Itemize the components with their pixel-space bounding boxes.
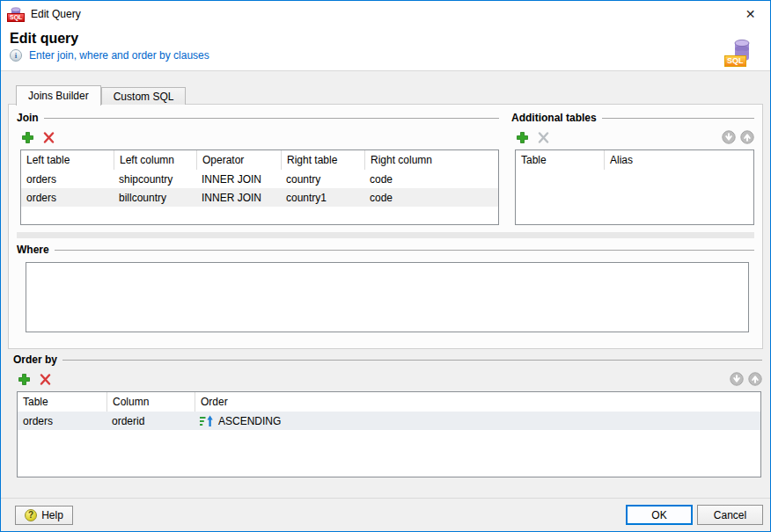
cancel-button-label: Cancel bbox=[714, 509, 746, 521]
move-down-button[interactable] bbox=[722, 130, 736, 144]
col-left-column: Left column bbox=[114, 150, 196, 170]
col-order: Order bbox=[195, 392, 760, 412]
additional-tables-group: Additional tables bbox=[511, 111, 754, 225]
tab-custom-sql[interactable]: Custom SQL bbox=[101, 87, 187, 105]
delete-join-button[interactable] bbox=[41, 130, 55, 144]
help-button[interactable]: ? Help bbox=[15, 506, 73, 525]
move-order-down-button[interactable] bbox=[730, 372, 744, 386]
order-by-header: Table Column Order bbox=[18, 392, 760, 412]
join-table[interactable]: Left table Left column Operator Right ta… bbox=[20, 149, 499, 225]
order-by-group: Order by bbox=[8, 353, 763, 477]
additional-tables-table[interactable]: Table Alias bbox=[515, 149, 754, 225]
col-operator: Operator bbox=[196, 150, 281, 170]
where-group-label: Where bbox=[17, 244, 49, 256]
arrow-down-circle-icon bbox=[730, 372, 744, 386]
help-button-label: Help bbox=[41, 509, 63, 521]
sort-ascending-icon bbox=[200, 415, 213, 427]
close-icon[interactable]: ✕ bbox=[731, 1, 770, 27]
arrow-up-circle-icon bbox=[740, 130, 754, 144]
order-by-row[interactable]: orders orderid ASCENDING bbox=[18, 412, 760, 430]
join-toolbar bbox=[20, 130, 499, 144]
order-by-table[interactable]: Table Column Order orders orderid bbox=[17, 391, 761, 477]
col-left-table: Left table bbox=[21, 150, 114, 170]
join-group: Join bbox=[17, 111, 499, 225]
col-right-column: Right column bbox=[364, 150, 498, 170]
order-direction: ASCENDING bbox=[218, 415, 281, 427]
delete-order-button[interactable] bbox=[38, 372, 52, 386]
join-table-header: Left table Left column Operator Right ta… bbox=[21, 150, 498, 170]
additional-tables-label: Additional tables bbox=[511, 112, 597, 124]
delete-x-icon-disabled bbox=[538, 132, 549, 143]
add-order-button[interactable] bbox=[17, 372, 31, 386]
delete-x-icon bbox=[43, 132, 55, 143]
sql-icon: SQL bbox=[728, 37, 758, 67]
joins-builder-page: Join bbox=[8, 104, 763, 349]
add-join-button[interactable] bbox=[20, 130, 34, 144]
additional-tables-toolbar bbox=[515, 130, 754, 144]
ok-button[interactable]: OK bbox=[626, 505, 693, 525]
plus-icon bbox=[18, 374, 30, 385]
tab-strip: Joins Builder Custom SQL bbox=[8, 85, 763, 105]
page-title: Edit query bbox=[10, 31, 728, 47]
move-order-up-button[interactable] bbox=[748, 372, 762, 386]
cancel-button[interactable]: Cancel bbox=[697, 505, 763, 525]
join-row[interactable]: orders shipcountry INNER JOIN country co… bbox=[21, 170, 498, 188]
dialog-header: Edit query i Enter join, where and order… bbox=[1, 27, 770, 71]
additional-tables-header: Table Alias bbox=[516, 150, 753, 170]
join-row[interactable]: orders billcountry INNER JOIN country1 c… bbox=[21, 188, 498, 207]
page-subtitle: Enter join, where and order by clauses bbox=[29, 49, 209, 62]
sql-badge: SQL bbox=[7, 13, 25, 22]
title-bar: SQL Edit Query ✕ bbox=[1, 1, 770, 27]
delete-x-icon bbox=[40, 374, 51, 385]
plus-icon bbox=[517, 132, 528, 143]
add-table-button[interactable] bbox=[515, 130, 529, 144]
info-icon: i bbox=[10, 49, 22, 62]
col-right-table: Right table bbox=[281, 150, 364, 170]
arrow-down-circle-icon bbox=[722, 130, 736, 144]
plus-icon bbox=[22, 132, 33, 143]
button-bar: ? Help OK Cancel bbox=[1, 498, 770, 531]
where-group: Where bbox=[17, 243, 754, 332]
window-title: Edit Query bbox=[31, 8, 731, 20]
ok-button-label: OK bbox=[651, 509, 666, 521]
join-group-label: Join bbox=[17, 112, 39, 124]
dialog-body: Joins Builder Custom SQL Join bbox=[1, 71, 770, 498]
edit-query-dialog: SQL Edit Query ✕ Edit query i Enter join… bbox=[0, 0, 771, 532]
horizontal-splitter[interactable] bbox=[17, 232, 754, 238]
col-alias: Alias bbox=[604, 150, 753, 170]
sql-app-icon: SQL bbox=[9, 7, 24, 22]
order-by-toolbar bbox=[17, 372, 762, 386]
move-up-button[interactable] bbox=[740, 130, 754, 144]
sql-badge-large: SQL bbox=[724, 55, 746, 67]
order-by-label: Order by bbox=[13, 353, 57, 366]
tab-joins-builder[interactable]: Joins Builder bbox=[16, 85, 101, 106]
col-column: Column bbox=[106, 392, 195, 412]
delete-table-button-disabled[interactable] bbox=[536, 130, 550, 144]
col-table: Table bbox=[18, 392, 106, 412]
where-input[interactable] bbox=[26, 262, 749, 332]
help-question-icon: ? bbox=[25, 509, 37, 521]
arrow-up-circle-icon bbox=[748, 372, 762, 386]
col-table: Table bbox=[516, 150, 604, 170]
